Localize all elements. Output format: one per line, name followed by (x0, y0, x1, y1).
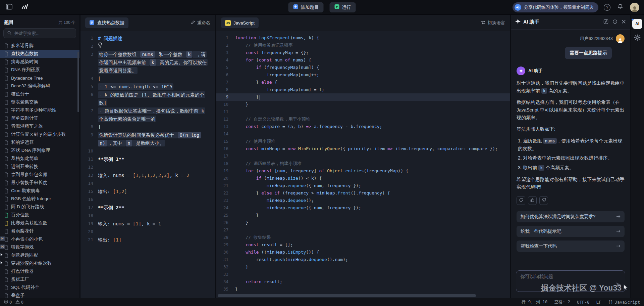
sidebar-item[interactable]: 拿到最多红包金额 (0, 171, 79, 179)
code-line[interactable]: 30 while (!minHeap.isEmpty()) { (216, 249, 510, 256)
code-line[interactable]: 31 result.push(minHeap.dequeue().num); (216, 256, 510, 263)
cursor-position[interactable]: 行 9, 列 10 (522, 299, 548, 305)
run-button[interactable]: 运行 (330, 2, 356, 12)
chat-input[interactable] (516, 271, 625, 292)
code-area[interactable]: 1function topKFrequent(nums, k) {2 // 使用… (216, 31, 510, 298)
suggestion-chip[interactable]: 帮我检查一下代码 (517, 241, 625, 252)
sidebar-item[interactable]: 穿越沙漠的补给次数 (0, 259, 79, 267)
problem-tab[interactable]: 查找热点数据 (85, 17, 128, 28)
encoding[interactable]: UTF-8 (577, 300, 590, 305)
sidebar-item[interactable]: 比赛最高获胜次数 (0, 219, 79, 227)
sidebar-item[interactable]: 多米诺骨牌 (0, 42, 79, 50)
sidebar-item[interactable]: 和的逆运算 (0, 138, 79, 146)
new-chat-icon[interactable] (603, 19, 608, 25)
code-line[interactable]: 3 const frequencyMap = {}; (216, 49, 510, 56)
code-line[interactable]: 12 // 自定义比较函数，用于小顶堆 (216, 116, 510, 123)
problem-description[interactable]: 1# 问题描述23给你一个整数数组 nums 和一个整数 k ，请你返回其中出现… (80, 31, 215, 298)
notifications-button[interactable] (616, 3, 625, 12)
sidebar-toggle-button[interactable] (5, 3, 13, 12)
user-avatar[interactable] (630, 3, 639, 12)
code-line[interactable]: 15 // 使用小顶堆 (216, 138, 510, 145)
sidebar-item[interactable]: 阿 D 的飞行路线 (0, 203, 79, 211)
sidebar-item[interactable]: 查找热点数据 (0, 50, 79, 58)
errors-indicator[interactable]: 0 (4, 300, 12, 305)
indent-setting[interactable]: 空格: 2 (554, 299, 570, 305)
chat-input-box[interactable] (516, 270, 625, 292)
code-line[interactable]: 2 // 使用哈希表记录频率 (216, 42, 510, 49)
code-line[interactable]: 16 const minHeap = new MinPriorityQueue(… (216, 145, 510, 152)
code-line[interactable]: 4 for (const num of nums) { (216, 56, 510, 64)
sidebar-item[interactable]: DNA 序列还原 (0, 66, 79, 74)
code-line[interactable]: 9 } (216, 93, 510, 101)
code-line[interactable]: 23 minHeap.dequeue(); (216, 197, 510, 204)
sidebar-item[interactable]: 暴雨梨花针 (0, 227, 79, 235)
code-line[interactable]: 11 (216, 108, 510, 116)
code-line[interactable]: 14 (216, 130, 510, 138)
code-line[interactable]: 29 const result = []; (216, 241, 510, 249)
code-line[interactable]: 1function topKFrequent(nums, k) { (216, 34, 510, 42)
add-problem-button[interactable]: 添加题目 (288, 2, 324, 12)
suggestion-chip[interactable]: 如何优化算法以满足时间复杂度要求? (517, 211, 625, 222)
sidebar-item[interactable]: 创意标题匹配 (0, 251, 79, 259)
code-line[interactable]: 35} (216, 286, 510, 293)
sidebar-item[interactable]: RGB 色值转 Integer (0, 195, 79, 203)
regenerate-button[interactable] (517, 196, 525, 205)
app-logo[interactable] (20, 3, 29, 12)
sidebar-item[interactable]: 病毒感染时间 (0, 58, 79, 66)
suggestion-chip[interactable]: 给我一些代码提示吧 (517, 226, 625, 237)
chat-area[interactable]: 用户6222962343 需要一点思路提示 AI 助手 对于这道题，我们首先要理… (511, 30, 630, 266)
settings-tool-button[interactable] (634, 34, 641, 42)
code-line[interactable]: 10 } (216, 101, 510, 108)
thumbs-down-button[interactable] (539, 196, 548, 205)
code-line[interactable]: 32 } (216, 263, 510, 271)
code-line[interactable]: 33 (216, 271, 510, 278)
help-button[interactable]: ? (604, 4, 610, 11)
sidebar-item[interactable]: 及格如此简单 (0, 155, 79, 163)
sidebar-item[interactable]: 进制开关转换 (0, 163, 79, 171)
sidebar-item[interactable]: 百分位数 (0, 211, 79, 219)
search-input[interactable] (14, 31, 72, 36)
code-line[interactable]: 28 // 收集结果 (216, 234, 510, 241)
code-line[interactable]: 19 for (const [num, frequency] of Object… (216, 167, 510, 175)
sidebar-item[interactable]: Base32 编码和解码 (0, 82, 79, 90)
sidebar-item[interactable]: 最小替换子串长度 (0, 179, 79, 187)
sidebar-item[interactable]: 环状 DNA 序列修理 (0, 146, 79, 155)
sidebar-item[interactable]: 字符串有多少种可能性 (0, 106, 79, 114)
code-line[interactable]: 20 if (minHeap.size() < k) { (216, 175, 510, 182)
history-icon[interactable] (612, 19, 618, 25)
thumbs-up-button[interactable] (528, 196, 537, 205)
send-icon[interactable] (615, 282, 622, 289)
language-tab[interactable]: JS JavaScript (221, 17, 259, 28)
code-line[interactable]: 17 (216, 152, 510, 160)
sidebar-item[interactable]: 叠盘子 (0, 292, 79, 298)
code-line[interactable]: 7 } else { (216, 79, 510, 86)
code-line[interactable]: 25 } (216, 212, 510, 219)
code-line[interactable]: 5 if (frequencyMap[num]) { (216, 64, 510, 71)
code-line[interactable]: 27 (216, 226, 510, 234)
search-box[interactable] (3, 28, 76, 38)
code-line[interactable]: 24 minHeap.enqueue({ num, frequency }); (216, 204, 510, 212)
warnings-indicator[interactable]: 0 (15, 300, 24, 305)
code-line[interactable]: 22 } else if (frequency > minHeap.front(… (216, 189, 510, 197)
code-line[interactable]: 18 // 遍历哈希表，构建小顶堆 (216, 160, 510, 167)
sidebar-item[interactable]: 打点计数器 (0, 267, 79, 275)
sidebar-item[interactable]: 09猜数字游戏 (0, 243, 79, 251)
sidebar-item[interactable]: Cion 勒索病毒 (0, 187, 79, 195)
eol-setting[interactable]: LF (596, 300, 601, 305)
sidebar-item[interactable]: Bytedance Tree (0, 74, 79, 82)
sidebar-item[interactable]: SQL 代码补全 (0, 283, 79, 292)
code-line[interactable]: 13 const compare = (a, b) => a.frequency… (216, 123, 510, 130)
sidebar-item[interactable]: 猫鱼分干 (0, 90, 79, 98)
horizontal-scrollbar[interactable] (218, 294, 476, 297)
switch-language-button[interactable]: 切换语言 (481, 20, 505, 26)
sidebar-item[interactable]: 简单四则计算 (0, 114, 79, 122)
sidebar-scrollbar[interactable] (77, 52, 79, 112)
ai-launcher-button[interactable]: ✦ AI (632, 19, 642, 29)
code-line[interactable]: 21 minHeap.enqueue({ num, frequency }); (216, 182, 510, 189)
sidebar-item[interactable]: 青海湖租车之旅 (0, 122, 79, 130)
sidebar-item[interactable]: 链表聚集交换 (0, 98, 79, 106)
sidebar-item[interactable]: 计算位置 x 到 y 的最少步数 (0, 130, 79, 138)
rename-button[interactable]: 重命名 (191, 20, 210, 26)
sidebar-item[interactable]: 04不再贪心的小包 (0, 235, 79, 243)
code-line[interactable]: 26 } (216, 219, 510, 226)
